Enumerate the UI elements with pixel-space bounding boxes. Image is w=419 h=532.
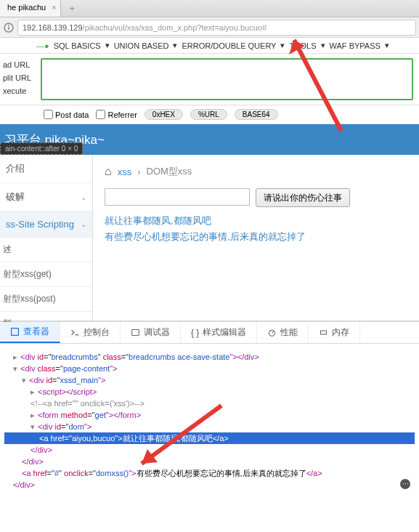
- opt-post-data[interactable]: Post data: [44, 110, 89, 119]
- hackbar-menu-error[interactable]: ERROR/DOUBLE QUERY: [182, 41, 276, 50]
- info-icon: [3, 22, 15, 33]
- devtools-tab-debugger[interactable]: 调试器: [121, 322, 181, 343]
- chevron-down-icon: ⌄: [81, 193, 86, 201]
- sidebar-sub[interactable]: 述: [0, 238, 92, 262]
- sidebar-sub[interactable]: 射型xss(get): [0, 262, 92, 287]
- browser-tab[interactable]: he pikachu ×: [0, 0, 61, 17]
- svg-rect-4: [132, 329, 139, 335]
- devtools-tab-console[interactable]: 控制台: [60, 322, 121, 343]
- devtools-selected-node[interactable]: <a href="aiyou,bucuo">就让往事都随风,都随风吧</a>: [4, 432, 415, 444]
- hackbar-menu-union[interactable]: UNION BASED: [114, 41, 169, 50]
- svg-rect-3: [12, 329, 19, 336]
- breadcrumb-link[interactable]: xss: [118, 166, 132, 177]
- new-tab-button[interactable]: +: [61, 0, 83, 17]
- opt-referrer[interactable]: Referrer: [96, 110, 137, 119]
- sidebar-item-xss[interactable]: ss-Site Scripting⌄: [0, 211, 92, 238]
- close-icon[interactable]: ×: [52, 4, 56, 12]
- pill-url[interactable]: %URL: [190, 109, 227, 120]
- svg-rect-6: [321, 331, 327, 334]
- devtools-tabs: 查看器 控制台 调试器 { } 样式编辑器 性能 内存: [0, 322, 419, 344]
- result-links: 就让往事都随风,都随风吧 有些费尽心机想要忘记的事情,后来真的就忘掉了: [105, 214, 407, 243]
- devtools-tab-perf[interactable]: 性能: [257, 322, 309, 343]
- tab-title: he pikachu: [7, 3, 46, 12]
- devtools-tab-style[interactable]: { } 样式编辑器: [181, 322, 257, 343]
- url-path: /pikachu/vul/xss/xss_dom_x.php?text=aiyo…: [83, 23, 267, 32]
- inspector-icon: [10, 327, 20, 336]
- svg-point-2: [8, 25, 9, 26]
- hackbar-split-url[interactable]: plit URL: [3, 71, 38, 84]
- text-input[interactable]: [105, 188, 250, 206]
- browser-tab-strip: he pikachu × +: [0, 0, 419, 17]
- address-bar-row: 192.168.139.129/pikachu/vul/xss/xss_dom_…: [0, 17, 419, 38]
- performance-icon: [267, 328, 277, 337]
- console-icon: [70, 328, 80, 337]
- sidebar-item[interactable]: 破解⌄: [0, 183, 92, 211]
- input-form: 请说出你的伤心往事: [105, 188, 407, 207]
- devtools-dom-tree[interactable]: ▸<div id="breadcrumbs" class="breadcrumb…: [0, 344, 419, 496]
- hackbar-menu-sql[interactable]: SQL BASICS: [54, 41, 101, 50]
- hackbar-actions: ad URL plit URL xecute: [0, 54, 41, 105]
- hackbar-options: Post data Referrer 0xHEX %URL BASE64: [0, 105, 419, 124]
- main-panel: ⌂ xss › DOM型xss 请说出你的伤心往事 就让往事都随风,都随风吧 有…: [93, 155, 419, 321]
- chevron-right-icon: ›: [137, 166, 140, 177]
- url-host: 192.168.139.129: [23, 23, 83, 32]
- sidebar-sub[interactable]: 射型xss(post): [0, 287, 92, 312]
- sidebar: 介绍 破解⌄ ss-Site Scripting⌄ 述 射型xss(get) 射…: [0, 155, 93, 321]
- hackbar-toolbar: —● SQL BASICS▾ UNION BASED▾ ERROR/DOUBLE…: [0, 38, 419, 54]
- checkbox[interactable]: [44, 110, 53, 119]
- memory-icon: [319, 328, 328, 337]
- chevron-down-icon: ⌄: [81, 220, 86, 228]
- pill-hex[interactable]: 0xHEX: [145, 109, 183, 120]
- devtools-tab-memory[interactable]: 内存: [309, 322, 360, 343]
- event-bubble-icon[interactable]: ⋯: [400, 479, 410, 489]
- submit-button[interactable]: 请说出你的伤心往事: [256, 188, 350, 207]
- sidebar-item[interactable]: 介绍: [0, 155, 92, 183]
- checkbox[interactable]: [96, 110, 105, 119]
- hackbar-indicator-icon: —●: [36, 41, 49, 50]
- page-content: 介绍 破解⌄ ss-Site Scripting⌄ 述 射型xss(get) 射…: [0, 155, 419, 321]
- pill-base64[interactable]: BASE64: [235, 109, 278, 120]
- devtools-element-badge: ain-content::after 0 × 0: [0, 142, 83, 155]
- hackbar-panel: ad URL plit URL xecute: [0, 54, 419, 105]
- breadcrumb: ⌂ xss › DOM型xss: [105, 165, 407, 178]
- home-icon[interactable]: ⌂: [105, 165, 112, 178]
- hackbar-url-box[interactable]: [41, 58, 413, 100]
- hackbar-load-url[interactable]: ad URL: [3, 58, 38, 71]
- result-link-1[interactable]: 就让往事都随风,都随风吧: [105, 214, 407, 227]
- devtools-tab-inspector[interactable]: 查看器: [0, 322, 60, 343]
- page-header: 习平台 pika~pika~ ain-content::after 0 × 0: [0, 124, 419, 155]
- hackbar-menu-tools[interactable]: TOOLS: [289, 41, 316, 50]
- style-icon: { }: [191, 328, 199, 338]
- hackbar-menu-waf[interactable]: WAF BYPASS: [330, 41, 381, 50]
- hackbar-execute[interactable]: xecute: [3, 84, 38, 97]
- devtools: 查看器 控制台 调试器 { } 样式编辑器 性能 内存 ▸<div id="br…: [0, 321, 419, 496]
- breadcrumb-current: DOM型xss: [147, 165, 192, 178]
- svg-rect-1: [8, 27, 9, 30]
- debugger-icon: [131, 328, 140, 337]
- address-bar[interactable]: 192.168.139.129/pikachu/vul/xss/xss_dom_…: [17, 20, 416, 36]
- result-link-2[interactable]: 有些费尽心机想要忘记的事情,后来真的就忘掉了: [105, 230, 407, 243]
